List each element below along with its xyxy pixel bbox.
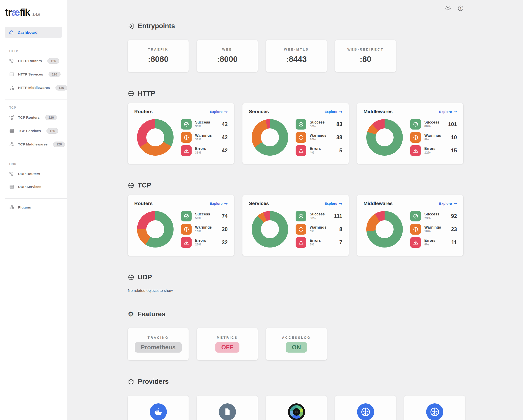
entrypoint-card-web-redirect: WEB-REDIRECT :80 [335,40,396,72]
entrypoint-port: :8000 [217,55,238,64]
app-logo[interactable]: træfik 3.4.0 [0,0,67,18]
check-circle-icon [181,119,192,129]
sidebar-section-udp: UDP [0,156,67,167]
provider-card-docker: Docker [128,396,188,420]
section-entrypoints: Entrypoints TRAEFIK :8080 WEB :8000 WEB-… [128,22,523,72]
sidebar-item-dashboard[interactable]: Dashboard [5,27,62,38]
alert-circle-icon [181,224,192,235]
sidebar-item-http-middlewares[interactable]: HTTP Middlewares 126 [0,81,67,95]
alert-circle-icon [410,224,421,235]
donut-chart [252,211,288,247]
alert-triangle-icon [410,237,421,248]
alert-circle-icon [296,224,306,235]
stat-success: Success80% 101 [410,119,457,129]
sidebar-item-udp-services[interactable]: UDP Services [0,180,67,193]
udp-empty-message: No related objects to show. [128,288,523,293]
section-title: Entrypoints [138,22,175,30]
card-title: Services [249,201,269,206]
sidebar-item-http-routers[interactable]: HTTP Routers 126 [0,54,67,68]
entrypoint-name: TRAEFIK [148,48,169,51]
donut-chart [366,211,403,247]
sidebar-item-tcp-middlewares[interactable]: TCP Middlewares 126 [0,138,67,151]
sidebar-item-tcp-routers[interactable]: TCP Routers 126 [0,111,67,124]
header-actions: ? [445,5,464,12]
section-tcp: TCP Routers Explore→ Success59% 74 [128,182,523,256]
stat-warnings: Warnings30% 38 [296,132,342,143]
arrow-right-icon: → [224,201,228,206]
provider-card-file: File [197,396,258,420]
stat-errors: Errors4% 5 [296,145,342,156]
sidebar-item-udp-routers[interactable]: UDP Routers [0,167,67,180]
check-circle-icon [296,211,306,222]
app-version: 3.4.0 [32,12,40,16]
stat-success: Success66% 83 [296,119,342,129]
sidebar-item-label: TCP Routers [18,115,40,120]
entrypoint-card-web-mtls: WEB-MTLS :8443 [266,40,327,72]
sidebar-section-http: HTTP [0,43,67,54]
routers-icon [9,115,14,120]
alert-triangle-icon [181,237,192,248]
logo-text: træfik [5,7,30,18]
stat-warnings: Warnings33% 42 [181,132,228,143]
sidebar-item-tcp-services[interactable]: TCP Services 126 [0,124,67,138]
routers-icon [9,171,14,176]
services-icon [9,184,14,189]
arrow-right-icon: → [339,201,342,206]
http-routers-card: Routers Explore→ Success33% 42 Warnings [128,103,234,164]
http-services-card: Services Explore→ Success66% 83 Warning [242,103,349,164]
feature-value-pill: Prometheus [135,342,181,353]
stat-success: Success73% 92 [410,211,457,222]
kubernetes-icon [357,403,374,420]
stat-errors: Errors9% 11 [410,237,457,248]
stat-warnings: Warnings18% 23 [410,224,457,235]
alert-circle-icon [296,132,306,143]
explore-link[interactable]: Explore→ [439,109,457,114]
plugins-icon [9,205,14,210]
donut-chart [137,119,173,156]
explore-link[interactable]: Explore→ [325,109,342,114]
stat-errors: Errors25% 32 [181,237,228,248]
sidebar-item-label: Plugins [18,205,31,209]
sidebar-item-plugins[interactable]: Plugins [0,201,67,214]
stat-success: Success88% 111 [296,211,342,222]
help-icon[interactable]: ? [457,5,464,12]
check-circle-icon [181,211,192,222]
package-icon [128,379,134,385]
middlewares-icon [9,85,14,90]
sidebar-item-label: UDP Routers [18,172,40,176]
donut-chart [137,211,173,247]
feature-value-pill: ON [286,342,307,353]
provider-card-marathon: Marathon [266,396,327,420]
login-icon [128,23,134,29]
explore-link[interactable]: Explore→ [210,201,228,206]
count-badge: 126 [45,115,57,120]
arrow-right-icon: → [453,201,457,206]
provider-card-kubernetes-ingress: KubernetesIngress [335,396,396,420]
sidebar-item-label: TCP Middlewares [18,142,48,146]
entrypoint-port: :80 [360,55,371,64]
alert-triangle-icon [296,237,306,248]
sidebar-item-label: UDP Services [18,185,41,189]
sidebar-item-http-services[interactable]: HTTP Services 126 [0,68,67,81]
file-icon [219,403,236,420]
explore-link[interactable]: Explore→ [439,201,457,206]
count-badge: 126 [56,85,67,90]
http-middlewares-card: Middlewares Explore→ Success80% 101 War [357,103,463,164]
feature-value-pill: OFF [215,342,239,353]
theme-sun-icon[interactable] [445,5,451,12]
sidebar-item-label: HTTP Routers [18,59,42,63]
stat-errors: Errors12% 15 [410,145,457,156]
entrypoint-card-web: WEB :8000 [197,40,258,72]
kubernetes-icon [426,403,443,420]
alert-triangle-icon [296,145,306,156]
home-icon [9,30,14,35]
middlewares-icon [9,142,14,147]
card-title: Routers [134,109,153,114]
tcp-middlewares-card: Middlewares Explore→ Success73% 92 Warn [357,195,463,256]
divider [5,198,67,198]
explore-link[interactable]: Explore→ [325,201,342,206]
donut-chart [252,119,288,156]
explore-link[interactable]: Explore→ [210,109,228,114]
alert-triangle-icon [181,145,192,156]
docker-icon [150,403,167,420]
